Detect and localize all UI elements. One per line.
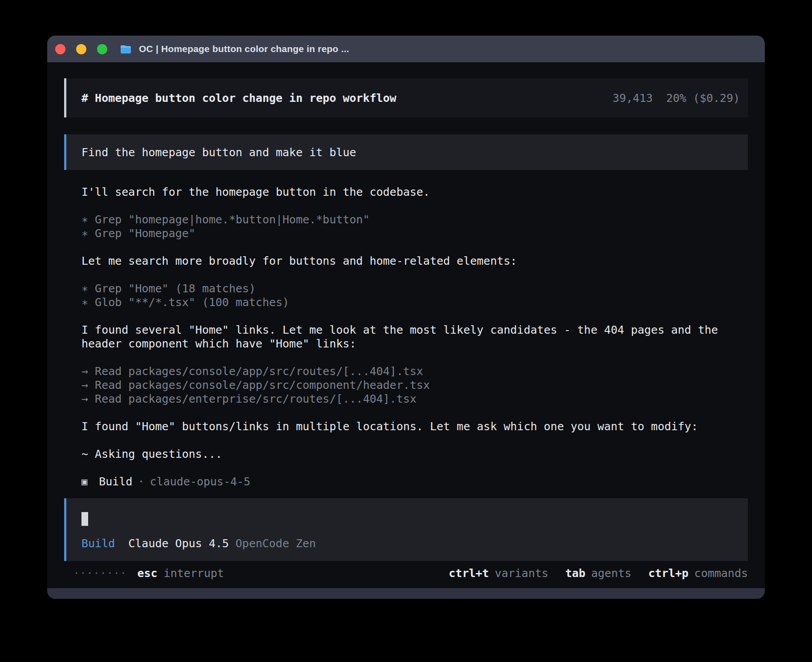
agent-name: Build bbox=[99, 475, 132, 488]
tool-call-group: ∗ Grep "homepage|home.*button|Home.*butt… bbox=[81, 213, 748, 240]
user-message-text: Find the homepage button and make it blu… bbox=[81, 146, 356, 159]
tool-call-group: ∗ Grep "Home" (18 matches)∗ Glob "**/*.t… bbox=[81, 282, 748, 309]
assistant-text-line: I found "Home" buttons/links in multiple… bbox=[81, 420, 748, 433]
text-cursor bbox=[81, 512, 88, 526]
assistant-text-line: I'll search for the homepage button in t… bbox=[81, 185, 748, 199]
assistant-text-group: I found several "Home" links. Let me loo… bbox=[81, 323, 748, 351]
assistant-text-group: ~ Asking questions... bbox=[81, 447, 748, 461]
agent-separator: · bbox=[138, 475, 145, 488]
folder-icon bbox=[120, 44, 132, 54]
titlebar-title-group: OC | Homepage button color change in rep… bbox=[120, 44, 349, 54]
tool-call-line: → Read packages/console/app/src/routes/[… bbox=[81, 364, 748, 378]
tool-call-line: ∗ Grep "Home" (18 matches) bbox=[81, 282, 748, 295]
tool-call-line: ∗ Grep "Homepage" bbox=[81, 226, 748, 240]
assistant-text-group: Let me search more broadly for buttons a… bbox=[81, 254, 748, 268]
zoom-button[interactable] bbox=[97, 44, 107, 54]
session-title: # Homepage button color change in repo w… bbox=[81, 92, 396, 105]
assistant-text-line: Let me search more broadly for buttons a… bbox=[81, 254, 748, 268]
shortcut-key[interactable]: ctrl+p bbox=[648, 567, 688, 580]
tool-call-line: → Read packages/enterprise/src/routes/[.… bbox=[81, 392, 748, 406]
provider-label: OpenCode Zen bbox=[235, 537, 316, 550]
traffic-lights bbox=[47, 44, 107, 54]
terminal-window: OC | Homepage button color change in rep… bbox=[47, 36, 765, 599]
terminal-content: # Homepage button color change in repo w… bbox=[47, 62, 765, 588]
context-usage: 20% ($0.29) bbox=[666, 92, 740, 105]
esc-label: interrupt bbox=[164, 566, 224, 580]
esc-key[interactable]: esc bbox=[137, 566, 157, 580]
shortcut-label: variants bbox=[495, 567, 548, 580]
session-stats: 39,413 20% ($0.29) bbox=[613, 92, 740, 105]
window-bottom-edge bbox=[47, 588, 765, 599]
activity-dots: ········ bbox=[73, 566, 126, 580]
model-label[interactable]: Claude Opus 4.5 bbox=[128, 537, 229, 550]
tool-call-line: ∗ Glob "**/*.tsx" (100 matches) bbox=[81, 295, 748, 309]
assistant-text-line: I found several "Home" links. Let me loo… bbox=[81, 323, 748, 351]
prompt-input[interactable]: Build Claude Opus 4.5 OpenCode Zen bbox=[64, 498, 748, 561]
status-bar-shortcuts: ctrl+tvariantstabagentsctrl+pcommands bbox=[432, 566, 748, 580]
shortcut-label: commands bbox=[694, 567, 748, 580]
tool-call-line: → Read packages/console/app/src/componen… bbox=[81, 378, 748, 392]
shortcut-label: agents bbox=[591, 567, 631, 580]
agent-icon: ▣ bbox=[81, 475, 87, 488]
window-title: OC | Homepage button color change in rep… bbox=[139, 44, 349, 54]
assistant-text-group: I'll search for the homepage button in t… bbox=[81, 185, 748, 199]
transcript: I'll search for the homepage button in t… bbox=[81, 185, 748, 475]
tool-call-group: → Read packages/console/app/src/routes/[… bbox=[81, 364, 748, 406]
token-count: 39,413 bbox=[613, 92, 653, 105]
session-header: # Homepage button color change in repo w… bbox=[64, 78, 748, 117]
assistant-text-group: I found "Home" buttons/links in multiple… bbox=[81, 420, 748, 433]
status-bar-left: ········ esc interrupt bbox=[73, 566, 224, 580]
user-message: Find the homepage button and make it blu… bbox=[64, 134, 748, 170]
close-button[interactable] bbox=[55, 44, 65, 54]
status-bar: ········ esc interrupt ctrl+tvariantstab… bbox=[64, 566, 748, 580]
minimize-button[interactable] bbox=[76, 44, 86, 54]
tool-call-line: ∗ Grep "homepage|home.*button|Home.*butt… bbox=[81, 213, 748, 226]
shortcut-key[interactable]: ctrl+t bbox=[449, 567, 489, 580]
input-status-row: Build Claude Opus 4.5 OpenCode Zen bbox=[81, 537, 733, 550]
shortcut-agents: tabagents bbox=[565, 566, 631, 580]
shortcut-variants: ctrl+tvariants bbox=[449, 566, 548, 580]
agent-model: claude-opus-4-5 bbox=[150, 475, 251, 488]
shortcut-commands: ctrl+pcommands bbox=[648, 566, 748, 580]
agent-mode-label[interactable]: Build bbox=[81, 537, 115, 550]
agent-status-line: ▣ Build · claude-opus-4-5 bbox=[81, 475, 748, 488]
window-titlebar[interactable]: OC | Homepage button color change in rep… bbox=[47, 36, 765, 62]
assistant-text-line: ~ Asking questions... bbox=[81, 447, 748, 461]
shortcut-key[interactable]: tab bbox=[565, 567, 585, 580]
